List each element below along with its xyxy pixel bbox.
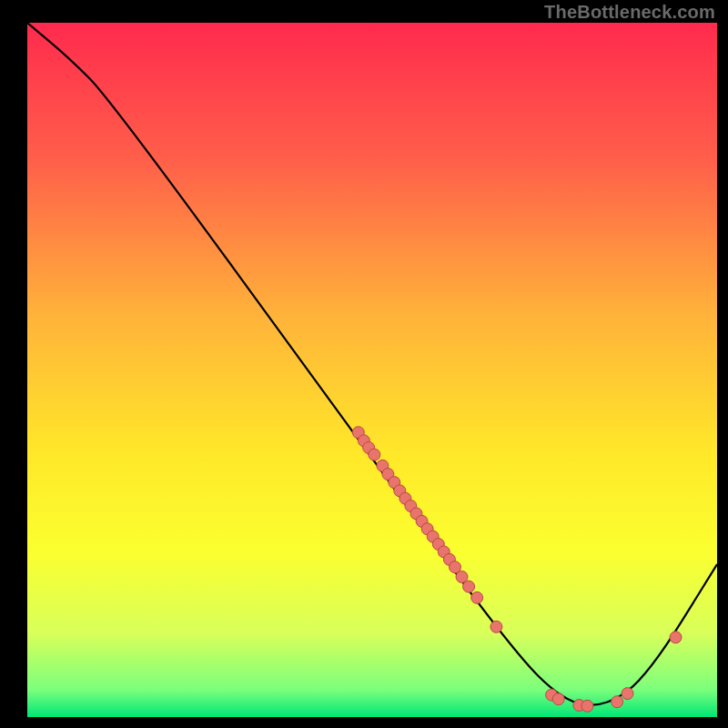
attribution-label: TheBottleneck.com: [544, 2, 715, 23]
data-dot: [471, 592, 483, 603]
data-dot: [670, 632, 682, 643]
data-dot: [612, 696, 623, 708]
chart-container: { "attribution": "TheBottleneck.com", "c…: [0, 0, 728, 728]
plot-background: [27, 23, 717, 717]
bottleneck-chart: [0, 0, 728, 728]
data-dot: [552, 693, 564, 705]
data-dot: [369, 449, 380, 460]
data-dot: [463, 581, 475, 592]
data-dot: [490, 621, 502, 632]
data-dot: [622, 688, 633, 700]
data-dot: [581, 700, 593, 712]
